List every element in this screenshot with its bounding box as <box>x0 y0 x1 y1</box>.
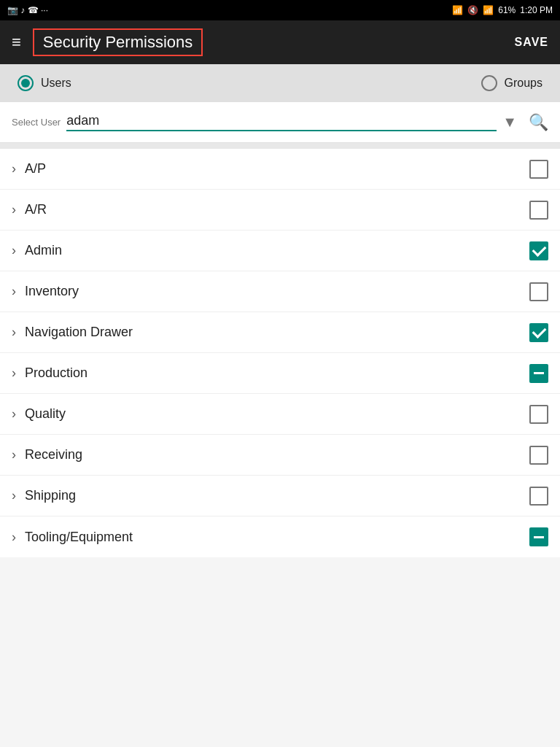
chevron-icon-ar: › <box>12 202 16 217</box>
permission-item-shipping[interactable]: › Shipping <box>0 476 560 516</box>
permission-label-ap: A/P <box>25 161 529 177</box>
search-icon[interactable]: 🔍 <box>529 113 548 132</box>
permission-item-admin[interactable]: › Admin <box>0 231 560 271</box>
permission-label-inventory: Inventory <box>25 284 529 299</box>
time: 1:20 PM <box>520 5 553 15</box>
permission-item-receiving[interactable]: › Receiving <box>0 435 560 476</box>
checkbox-production[interactable] <box>529 364 548 383</box>
permission-item-quality[interactable]: › Quality <box>0 394 560 435</box>
permission-label-shipping: Shipping <box>25 488 529 503</box>
permission-label-production: Production <box>25 365 529 381</box>
chevron-icon-admin: › <box>12 243 16 258</box>
permission-label-ar: A/R <box>25 202 529 217</box>
radio-users[interactable]: Users <box>18 75 481 91</box>
app-icons: 📷 ♪ ☎ ··· <box>7 5 48 15</box>
user-select-row: Select User ▼ 🔍 <box>0 102 560 143</box>
chevron-icon-shipping: › <box>12 488 16 503</box>
radio-users-indicator <box>18 75 34 91</box>
app-bar: ≡ Security Permissions SAVE <box>0 20 560 64</box>
user-select-input[interactable] <box>66 113 497 131</box>
permission-item-ap[interactable]: › A/P <box>0 149 560 190</box>
chevron-icon-quality: › <box>12 406 16 422</box>
permission-label-receiving: Receiving <box>25 447 529 462</box>
permission-label-tooling-equipment: Tooling/Equipment <box>25 530 529 545</box>
checkbox-quality[interactable] <box>529 405 548 424</box>
checkbox-navigation-drawer[interactable] <box>529 323 548 342</box>
battery-percent: 61% <box>498 5 516 15</box>
app-bar-left: ≡ Security Permissions <box>12 28 203 56</box>
chevron-icon-ap: › <box>12 161 16 177</box>
select-user-label: Select User <box>12 117 61 128</box>
permission-item-tooling-equipment[interactable]: › Tooling/Equipment <box>0 516 560 557</box>
permission-item-navigation-drawer[interactable]: › Navigation Drawer <box>0 312 560 353</box>
checkbox-receiving[interactable] <box>529 446 548 465</box>
permission-label-navigation-drawer: Navigation Drawer <box>25 325 529 340</box>
radio-users-fill <box>21 79 30 88</box>
dropdown-icon[interactable]: ▼ <box>502 114 517 131</box>
checkbox-inventory[interactable] <box>529 282 548 301</box>
radio-users-label: Users <box>41 77 71 90</box>
save-button[interactable]: SAVE <box>515 36 548 49</box>
checkbox-admin[interactable] <box>529 241 548 260</box>
checkbox-ar[interactable] <box>529 201 548 220</box>
permission-item-ar[interactable]: › A/R <box>0 190 560 231</box>
radio-groups-indicator <box>481 75 497 91</box>
checkbox-shipping[interactable] <box>529 487 548 506</box>
permission-list: › A/P › A/R › Admin › Inventory › Naviga… <box>0 149 560 557</box>
status-bar-left: 📷 ♪ ☎ ··· <box>7 5 48 15</box>
radio-groups[interactable]: Groups <box>481 75 542 91</box>
chevron-icon-tooling-equipment: › <box>12 530 16 545</box>
wifi-icon: 📶 <box>483 5 494 15</box>
menu-icon[interactable]: ≡ <box>12 33 21 52</box>
chevron-icon-inventory: › <box>12 284 16 299</box>
permission-label-quality: Quality <box>25 406 529 422</box>
bluetooth-icon: 📶 <box>452 5 463 15</box>
page-title: Security Permissions <box>33 28 203 56</box>
status-bar-right: 📶 🔇 📶 61% 1:20 PM <box>452 5 553 15</box>
permission-item-inventory[interactable]: › Inventory <box>0 271 560 312</box>
checkbox-ap[interactable] <box>529 160 548 179</box>
chevron-icon-receiving: › <box>12 447 16 462</box>
chevron-icon-navigation-drawer: › <box>12 325 16 340</box>
permission-label-admin: Admin <box>25 243 529 258</box>
checkbox-tooling-equipment[interactable] <box>529 527 548 546</box>
radio-group: Users Groups <box>0 64 560 102</box>
volume-icon: 🔇 <box>467 5 478 15</box>
radio-groups-label: Groups <box>505 77 542 90</box>
permission-item-production[interactable]: › Production <box>0 353 560 394</box>
status-bar: 📷 ♪ ☎ ··· 📶 🔇 📶 61% 1:20 PM <box>0 0 560 20</box>
section-divider <box>0 143 560 149</box>
chevron-icon-production: › <box>12 365 16 381</box>
